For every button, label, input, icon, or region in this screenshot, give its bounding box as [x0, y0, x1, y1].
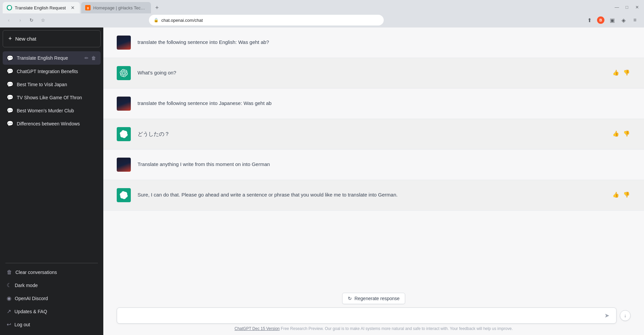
browser-chrome: Translate English Request ✕ g Homepage |…	[0, 0, 644, 27]
send-button[interactable]: ➤	[602, 311, 611, 320]
tab-chatgpt[interactable]: Translate English Request ✕	[3, 2, 80, 13]
tab-bar: Translate English Request ✕ g Homepage |…	[0, 0, 644, 13]
chatgpt-favicon-icon	[7, 5, 12, 10]
brave-icon: B	[597, 16, 604, 24]
sidebar-item-translate-english[interactable]: 💬 Translate English Reque ✏ 🗑	[3, 51, 101, 65]
dark-mode-button[interactable]: ☾ Dark mode	[0, 279, 103, 292]
bookmark-button[interactable]: ☆	[38, 15, 48, 25]
thumbs-up-button[interactable]: 👍	[612, 69, 620, 76]
message-actions: 👍 👎	[612, 188, 631, 202]
sidebar-toggle-button[interactable]: ▣	[607, 15, 617, 25]
updates-faq-button[interactable]: ↗ Updates & FAQ	[0, 305, 103, 318]
clear-conversations-button[interactable]: 🗑 Clear conversations	[0, 266, 103, 279]
input-row: ➤ ↓	[117, 308, 631, 324]
discord-label: OpenAI Discord	[15, 296, 48, 301]
regenerate-button[interactable]: ↻ Regenerate response	[342, 293, 406, 304]
message-content: translate the following sentence into En…	[138, 36, 631, 50]
send-icon: ➤	[604, 312, 609, 319]
scroll-bottom-button[interactable]: ↓	[620, 310, 631, 321]
ghacks-favicon-icon: g	[85, 5, 91, 10]
brave-shield-button[interactable]: B	[596, 15, 606, 25]
chat-item-label-3: Best Time to Visit Japan	[17, 82, 97, 87]
chat-icon-3: 💬	[7, 81, 13, 88]
new-tab-button[interactable]: +	[152, 3, 162, 12]
chat-icon-6: 💬	[7, 120, 13, 127]
chat-input[interactable]	[122, 312, 602, 320]
thumbs-down-button[interactable]: 👎	[623, 130, 631, 137]
sidebar: + New chat 💬 Translate English Reque ✏ 🗑…	[0, 27, 103, 335]
footer-version-link[interactable]: ChatGPT Dec 15 Version	[234, 326, 280, 331]
chat-icon-4: 💬	[7, 94, 13, 101]
window-controls: — □ ✕	[612, 3, 641, 13]
thumbs-up-button[interactable]: 👍	[612, 130, 620, 137]
assistant-avatar	[117, 66, 131, 80]
message-row: translate the following sentence into Ja…	[103, 89, 644, 119]
clear-conversations-label: Clear conversations	[15, 270, 57, 275]
message-row: Sure, I can do that. Please go ahead and…	[103, 180, 644, 211]
wallet-button[interactable]: ◈	[619, 15, 629, 25]
chat-list: 💬 Translate English Reque ✏ 🗑 💬 ChatGPT …	[0, 50, 103, 260]
sidebar-item-japan[interactable]: 💬 Best Time to Visit Japan	[3, 78, 101, 91]
message-row: What's going on? 👍 👎	[103, 58, 644, 89]
main-area: translate the following sentence into En…	[103, 27, 644, 335]
sidebar-item-murder-club[interactable]: 💬 Best Women's Murder Club	[3, 104, 101, 117]
updates-faq-label: Updates & FAQ	[14, 309, 47, 314]
message-content: translate the following sentence into Ja…	[138, 97, 631, 111]
user-avatar	[117, 158, 131, 172]
chat-item-label: Translate English Reque	[17, 55, 80, 61]
menu-button[interactable]: ≡	[630, 15, 640, 25]
discord-button[interactable]: ◉ OpenAI Discord	[0, 292, 103, 305]
user-avatar-image	[117, 158, 131, 172]
forward-button[interactable]: ›	[15, 15, 25, 25]
chat-item-actions: ✏ 🗑	[84, 55, 97, 61]
chat-icon-2: 💬	[7, 68, 13, 74]
new-chat-button[interactable]: + New chat	[3, 30, 101, 47]
chat-bottom: ↻ Regenerate response ➤ ↓ ChatGPT Dec 15…	[103, 289, 644, 335]
tab-ghacks[interactable]: g Homepage | gHacks Technology News	[81, 2, 151, 13]
sidebar-item-tvshows[interactable]: 💬 TV Shows Like Game Of Thron	[3, 91, 101, 104]
message-content: Sure, I can do that. Please go ahead and…	[138, 188, 605, 202]
chat-item-label-6: Differences between Windows	[17, 121, 97, 126]
toolbar-right: ⬆ B ▣ ◈ ≡	[584, 15, 640, 25]
minimize-button[interactable]: —	[612, 3, 621, 11]
gpt-avatar-icon	[117, 127, 131, 141]
chat-icon: 💬	[7, 55, 13, 61]
logout-button[interactable]: ↩ Log out	[0, 318, 103, 331]
lock-icon: 🔒	[154, 18, 159, 22]
message-content: どうしたの？	[138, 127, 605, 141]
user-avatar	[117, 36, 131, 50]
address-input[interactable]: 🔒 chat.openai.com/chat	[149, 15, 384, 25]
delete-chat-button[interactable]: 🗑	[91, 55, 97, 61]
tab-chatgpt-title: Translate English Request	[15, 5, 66, 10]
message-row: Translate anything I write from this mom…	[103, 150, 644, 180]
message-actions: 👍 👎	[612, 66, 631, 80]
close-window-button[interactable]: ✕	[633, 3, 641, 11]
user-avatar	[117, 97, 131, 111]
user-avatar-image	[117, 97, 131, 111]
sidebar-divider	[5, 263, 98, 263]
regenerate-icon: ↻	[348, 296, 352, 301]
reload-button[interactable]: ↻	[27, 15, 36, 25]
thumbs-up-button[interactable]: 👍	[612, 191, 620, 199]
thumbs-down-button[interactable]: 👎	[623, 69, 631, 76]
message-content: Translate anything I write from this mom…	[138, 158, 631, 172]
share-button[interactable]: ⬆	[584, 15, 594, 25]
moon-icon: ☾	[7, 282, 11, 288]
gpt-avatar-icon	[117, 66, 131, 80]
edit-chat-button[interactable]: ✏	[84, 55, 89, 61]
user-avatar-image	[117, 36, 131, 50]
tab-ghacks-title: Homepage | gHacks Technology News	[93, 5, 147, 10]
chat-item-label-5: Best Women's Murder Club	[17, 108, 97, 113]
chat-messages: translate the following sentence into En…	[103, 27, 644, 289]
assistant-avatar	[117, 188, 131, 202]
message-actions: 👍 👎	[612, 127, 631, 141]
sidebar-item-chatgpt-integration[interactable]: 💬 ChatGPT Integration Benefits	[3, 65, 101, 78]
thumbs-down-button[interactable]: 👎	[623, 191, 631, 199]
back-button[interactable]: ‹	[4, 15, 13, 25]
maximize-button[interactable]: □	[623, 3, 631, 11]
new-chat-label: New chat	[15, 36, 37, 42]
sidebar-item-windows[interactable]: 💬 Differences between Windows	[3, 117, 101, 130]
chat-input-wrap: ➤	[117, 308, 616, 324]
scroll-down-icon: ↓	[624, 313, 627, 318]
tab-chatgpt-close[interactable]: ✕	[70, 5, 76, 11]
